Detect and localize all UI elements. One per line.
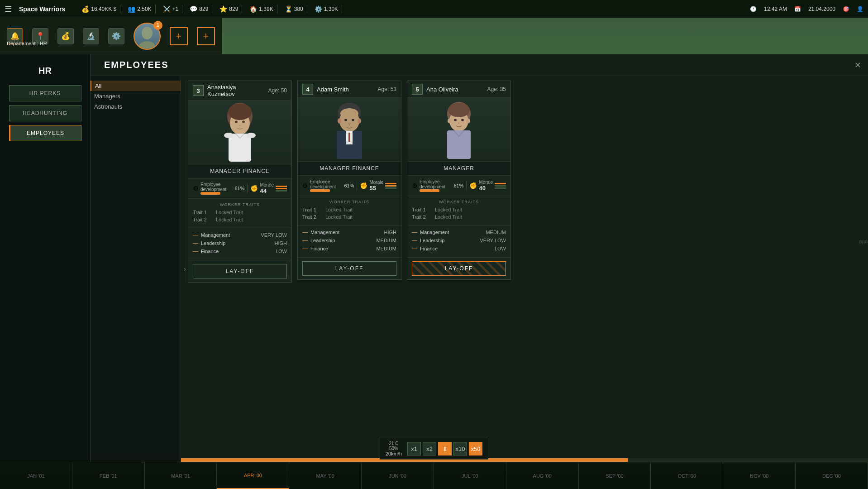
morale-bars-1 <box>385 183 396 189</box>
timeline-month-6[interactable]: JUL '00 <box>434 462 506 489</box>
dev-icon-2: ⚙ <box>412 182 418 189</box>
skill-0-0-name: Management <box>201 232 258 238</box>
skill-2-2-level: LOW <box>495 246 506 251</box>
layoff-button-0[interactable]: Lay-Off <box>193 264 287 278</box>
skill-0-0-level: VERY LOW <box>261 232 287 238</box>
morale-val-2: 40 <box>479 185 493 192</box>
emp-stats-1: ⚙ Employee development 61% <box>298 176 401 196</box>
trait-row-2-0: Trait 1 Locked Trait <box>412 207 506 212</box>
stat-divider-2 <box>466 181 467 190</box>
filter-item-astronauts[interactable]: Astronauts <box>91 101 181 112</box>
speed-x2-button[interactable]: x2 <box>423 442 436 455</box>
sidebar-title: HR <box>38 66 52 76</box>
trait2-value-1: Locked Trait <box>325 214 353 220</box>
skill-1-1-name: Leadership <box>310 238 373 243</box>
emp-dev-group-1: ⚙ Employee development 61% <box>302 179 354 192</box>
user-icon[interactable]: 👤 <box>857 6 863 12</box>
menu-icon[interactable]: ☰ <box>5 4 12 14</box>
svg-point-13 <box>340 108 358 119</box>
morale-group-0: ✊ Morale 44 <box>250 182 287 194</box>
timeline-month-1[interactable]: FEB '01 <box>72 462 145 489</box>
sidebar-btn-employees[interactable]: EMPLOYEES <box>9 125 81 141</box>
employee-card-2: 5 Ana Oliveira Age: 35 <box>407 81 511 280</box>
svg-rect-31 <box>447 130 471 159</box>
employee-avatar-nav[interactable]: 1 <box>134 23 161 50</box>
currency-icon: 💰 <box>81 5 89 13</box>
skill-2-0-name: Management <box>420 230 483 235</box>
timeline-month-2[interactable]: MAR '01 <box>145 462 217 489</box>
morale-val-0: 44 <box>260 187 274 194</box>
filter-item-all[interactable]: All <box>91 81 181 91</box>
emp-num-0: 3 <box>193 85 204 96</box>
close-button[interactable]: ✕ <box>854 60 861 70</box>
top-bar: ☰ Space Warriors 💰 16,40KK $ 👥 2,50K ⚔️ … <box>0 0 868 18</box>
nav-add-button-2[interactable]: + <box>197 27 215 45</box>
filter-item-managers[interactable]: Managers <box>91 91 181 101</box>
timeline-month-5[interactable]: JUN '00 <box>362 462 434 489</box>
trait-row-1-0: Trait 1 Locked Trait <box>302 207 396 212</box>
emp-num-2: 5 <box>412 84 423 95</box>
morale-label-1: Morale <box>369 180 383 185</box>
morale-label-0: Morale <box>260 182 274 187</box>
speed-x1-button[interactable]: x1 <box>407 442 421 455</box>
timeline-month-8[interactable]: SEP '00 <box>579 462 651 489</box>
timeline-month-4[interactable]: MAY '00 <box>289 462 362 489</box>
emp-name-0: Anastasiya Kuznetsov <box>207 84 265 97</box>
nav-icon-money[interactable]: 💰 <box>57 28 74 44</box>
trait2-label-0: Trait 2 <box>193 217 213 222</box>
chat-icon: 💬 <box>190 5 197 13</box>
svg-point-10 <box>247 133 256 138</box>
nav-icon-science[interactable]: 🔬 <box>83 28 99 44</box>
emp-traits-1: WORKER TRAITS Trait 1 Locked Trait Trait… <box>298 196 401 225</box>
morale-label-2: Morale <box>479 180 493 185</box>
skill-row-1-2: — Finance MEDIUM <box>302 245 396 252</box>
nav-bar: 🔔 📍 💰 🔬 ⚙️ 1 + + <box>0 18 222 54</box>
emp-header-2: 5 Ana Oliveira Age: 35 <box>407 81 510 98</box>
progress-bar-container <box>181 458 868 462</box>
emp-dev-group-0: ⚙ Employee development 61% <box>193 182 244 195</box>
skill-row-0-1: — Leadership HIGH <box>193 240 287 246</box>
stat-population: 👥 2,50K <box>124 5 155 14</box>
hr-main: EMPLOYEES ✕ All Managers Astronauts › 3 <box>91 54 868 462</box>
employee-card-1: 4 Adam Smith Age: 53 <box>297 81 401 280</box>
nav-add-button-1[interactable]: + <box>170 27 188 45</box>
layoff-button-2[interactable]: Lay-Off <box>412 261 506 276</box>
timeline-month-11[interactable]: DEC '00 <box>796 462 868 489</box>
emp-traits-2: WORKER TRAITS Trait 1 Locked Trait Trait… <box>407 196 510 225</box>
speed-x10-button[interactable]: x10 <box>453 442 467 455</box>
app-title: Space Warriors <box>19 5 65 13</box>
emp-skills-2: — Management MEDIUM — Leadership VERY LO… <box>407 225 510 258</box>
dev-icon-1: ⚙ <box>302 182 308 189</box>
svg-point-16 <box>338 118 341 124</box>
emp-skills-0: — Management VERY LOW — Leadership HIGH … <box>188 228 291 260</box>
timeline-month-0[interactable]: JAN '01 <box>0 462 72 489</box>
traits-title-0: WORKER TRAITS <box>193 202 287 207</box>
timeline-months: JAN '01 FEB '01 MAR '01 APR '00 MAY '00 … <box>0 462 868 489</box>
dev-label-0: Employee development <box>200 182 233 192</box>
morale-group-1: ✊ Morale 55 <box>360 180 396 192</box>
timeline-month-7[interactable]: AUG '00 <box>506 462 579 489</box>
sidebar-btn-hr-perks[interactable]: HR PERKS <box>9 85 81 101</box>
timeline-month-10[interactable]: NOV '00 <box>723 462 796 489</box>
dev-bar-0 <box>200 192 233 195</box>
filter-collapse-arrow[interactable]: › <box>184 265 186 273</box>
calendar-icon: 📅 <box>794 6 801 12</box>
layoff-button-1[interactable]: Lay-Off <box>302 261 396 276</box>
dev-pct-0: 61% <box>234 186 244 191</box>
svg-point-6 <box>242 121 245 123</box>
employee-cards-scroll[interactable]: 3 Anastasiya Kuznetsov Age: 50 <box>181 76 868 458</box>
nav-icon-settings[interactable]: ⚙️ <box>108 28 124 44</box>
trait2-value-0: Locked Trait <box>216 217 243 222</box>
timeline-month-3[interactable]: APR '00 <box>217 462 289 489</box>
svg-point-26 <box>454 119 457 121</box>
target-icon[interactable]: 🎯 <box>843 6 849 12</box>
speed-info: 21 C 50% 20km/h <box>386 441 402 456</box>
speed-x50-button[interactable]: x50 <box>469 442 482 455</box>
dev-bar-fill-0 <box>200 192 220 195</box>
trait1-value-1: Locked Trait <box>325 207 353 212</box>
sidebar-btn-headhunting[interactable]: HEADHUNTING <box>9 105 81 121</box>
speed-pause-button[interactable]: ⏸ <box>438 442 452 455</box>
timeline-month-9[interactable]: OCT '00 <box>651 462 723 489</box>
population-icon: 👥 <box>128 5 135 13</box>
svg-point-15 <box>352 119 354 121</box>
